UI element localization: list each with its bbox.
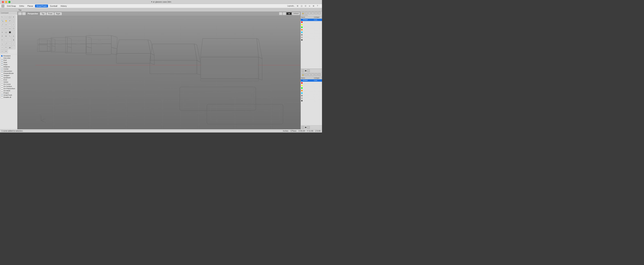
copy-tool[interactable]: ⧉ — [4, 34, 8, 38]
sidebar-toggle-icon[interactable]: ☰ — [2, 5, 4, 8]
layer-row[interactable]: ✦ Maro2D Cont... — [301, 95, 322, 97]
scale-tool[interactable]: ⤡ — [8, 34, 12, 38]
window-select-tool[interactable]: ⬚ — [4, 15, 8, 19]
one-shot-checkbox[interactable] — [1, 57, 3, 59]
viewport[interactable]: x y z Perspective ◁ ▷ Perspective Top Fr… — [18, 12, 300, 129]
fillet-tool[interactable]: ╮ — [0, 42, 4, 46]
layer-row[interactable]: lines Cont... — [301, 39, 322, 41]
osnap-checkbox-knot[interactable] — [1, 79, 3, 81]
menu-item-gumball[interactable]: Gumball — [48, 5, 59, 8]
close-button[interactable] — [2, 1, 4, 3]
osnap-checkbox-end[interactable] — [1, 59, 3, 61]
extend-tool[interactable]: → — [8, 42, 12, 46]
offset-tool[interactable]: ⧉ — [12, 38, 16, 42]
hatch-tool[interactable]: ▤ — [8, 46, 12, 49]
layer-row[interactable]: Layer 03 Cont... — [301, 26, 322, 29]
osnap-checkbox-on-curve[interactable] — [1, 83, 3, 85]
ellipse-tool[interactable]: ⬭ — [4, 27, 8, 30]
surface-tool[interactable]: ◫ — [4, 31, 8, 34]
menu-item-planar[interactable]: Planar — [26, 5, 35, 8]
panel-icon-3[interactable]: ⊡ — [304, 4, 307, 8]
bottom-panel-icon-4[interactable]: ▤ — [311, 73, 314, 76]
layer-row[interactable]: Layer 03 Cont... — [301, 87, 322, 90]
deselect-tool[interactable]: ✕ — [12, 15, 16, 19]
analyze-tool[interactable]: i — [0, 50, 4, 53]
line-tool[interactable]: ╱ — [0, 23, 4, 27]
layer-row[interactable]: lines Cont... — [301, 100, 322, 102]
panel-icon-4[interactable]: ⧈ — [308, 4, 311, 8]
bottom-panel-icon-2[interactable]: ⊙ — [305, 73, 308, 76]
solid-tool[interactable]: ⬛ — [8, 31, 12, 34]
zoom-extent-icon[interactable]: ⊡ — [279, 12, 282, 15]
polyline-tool[interactable]: ∧ — [4, 23, 8, 27]
osnap-checkbox-near[interactable] — [1, 62, 3, 63]
trim-tool[interactable]: ✂ — [0, 38, 4, 42]
osnap-checkbox-vertex[interactable] — [1, 81, 3, 83]
vp-nav-forward[interactable]: ▷ — [22, 12, 26, 15]
right-panel-icon-4[interactable]: ▤ — [311, 12, 314, 15]
layer-settings-btn-bottom[interactable]: ▾ — [307, 126, 310, 129]
osnap-checkbox-project[interactable] — [1, 92, 3, 94]
layer-row[interactable]: Layer 02 Cont... — [301, 24, 322, 26]
freeform-tool[interactable]: ⌒ — [8, 23, 12, 27]
layer-row[interactable]: ✦ visible Cont... — [301, 36, 322, 39]
project-tool[interactable]: ↓ — [12, 42, 16, 46]
zoom-selected-icon[interactable]: ⊙ — [283, 12, 286, 15]
minimize-button[interactable] — [5, 1, 7, 3]
zoom-tool[interactable]: 🔍 — [0, 19, 4, 23]
chamfer-tool[interactable]: ╱ — [4, 42, 8, 46]
bottom-panel-icon-1[interactable]: 🔒 — [302, 73, 304, 76]
right-panel-icon-1[interactable]: 🔒 — [302, 12, 304, 15]
bottom-panel-icon-5[interactable]: ⊡ — [314, 73, 318, 76]
osnap-checkbox-disable-all[interactable] — [1, 96, 3, 98]
menu-item-history[interactable]: History — [59, 5, 68, 8]
mirror-tool[interactable]: ⇔ — [12, 34, 16, 38]
panel-icon-2[interactable]: ◫ — [300, 4, 303, 8]
osnap-checkbox-quadrant[interactable] — [1, 77, 3, 79]
layer-row[interactable]: Layer 04 Cont... — [301, 29, 322, 31]
circle-tool[interactable]: ○ — [12, 23, 16, 27]
shading-mode-icon[interactable]: ■ — [286, 12, 292, 15]
layouts-button[interactable]: Layouts... — [287, 5, 295, 7]
arc-tool[interactable]: ⌓ — [0, 27, 4, 30]
osnap-checkbox-on-surface[interactable] — [1, 86, 3, 87]
bottom-panel-icon-3[interactable]: ⊞ — [308, 73, 311, 76]
move-tool[interactable]: ✦ — [0, 34, 4, 38]
panel-icon-6[interactable]: ? — [316, 4, 319, 8]
maximize-button[interactable] — [8, 1, 10, 3]
layer-row[interactable]: ✦ visible Cont... — [301, 97, 322, 100]
layer-row[interactable]: Layer 02 Cont... — [301, 84, 322, 87]
right-panel-icon-2[interactable]: ⊙ — [305, 12, 308, 15]
osnap-checkbox-point[interactable] — [1, 64, 3, 66]
rotate-tool[interactable]: ↺ — [8, 19, 12, 23]
layer-row[interactable]: Layer 01 Cont... — [301, 82, 322, 84]
osnap-checkbox-intersection[interactable] — [1, 70, 3, 72]
add-layer-btn[interactable]: + — [302, 69, 304, 72]
render-tool[interactable]: ☀ — [4, 50, 8, 53]
tab-right[interactable]: Right — [54, 12, 62, 15]
right-panel-icon-6[interactable]: ⊕ — [318, 12, 321, 15]
display-mode-button[interactable]: Default — [292, 12, 300, 15]
pan-tool[interactable]: ✋ — [4, 19, 8, 23]
osnap-checkbox-perpendicular[interactable] — [1, 72, 3, 74]
layer-row[interactable]: Layer 05 Cont... — [301, 92, 322, 95]
layer-settings-btn[interactable]: ▾ — [307, 69, 310, 72]
point-tool[interactable]: · — [12, 46, 16, 49]
osnap-checkbox-tangent[interactable] — [1, 75, 3, 76]
right-panel-icon-5[interactable]: ⊡ — [314, 12, 318, 15]
text-tool[interactable]: T — [4, 46, 8, 49]
right-panel-icon-3[interactable]: ⊞ — [308, 12, 311, 15]
layer-row[interactable]: Layer 01 Cont... — [301, 21, 322, 24]
join-tool[interactable]: ⋯ — [8, 38, 12, 42]
osnap-checkbox-on-mesh[interactable] — [1, 90, 3, 92]
lasso-tool[interactable]: ◯ — [8, 15, 12, 19]
select-tool[interactable]: ↖ — [0, 15, 4, 19]
mesh-tool[interactable]: ⋮ — [12, 31, 16, 34]
menu-item-smarttrack[interactable]: SmartTrack — [35, 5, 48, 8]
menu-item-ortho[interactable]: Ortho — [18, 5, 26, 8]
osnap-checkbox-midpoint[interactable] — [1, 66, 3, 68]
zoom-window-tool[interactable]: ⬚ — [12, 19, 16, 23]
polygon-tool[interactable]: ⬡ — [12, 27, 16, 30]
split-tool[interactable]: ⋮ — [4, 38, 8, 42]
vp-nav-back[interactable]: ◁ — [18, 12, 22, 15]
